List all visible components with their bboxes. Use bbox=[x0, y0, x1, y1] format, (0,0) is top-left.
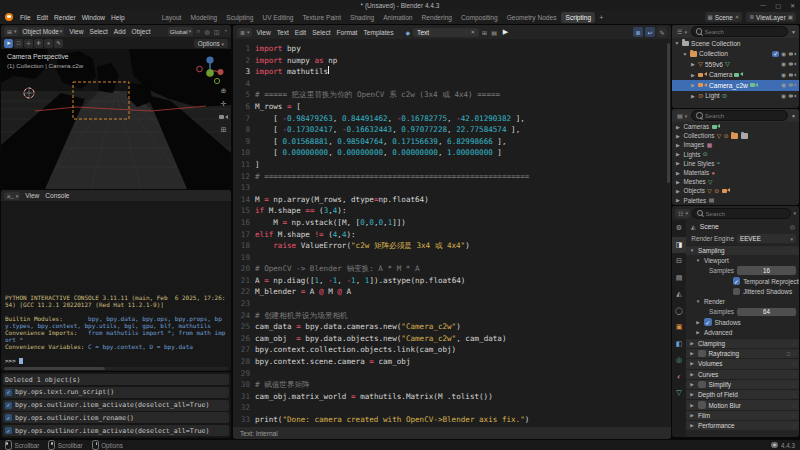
console-editor-type-button[interactable]: ≥_▾ bbox=[4, 192, 20, 200]
minimize-button[interactable]: — bbox=[760, 2, 766, 8]
field-value-samples[interactable]: 16 bbox=[737, 266, 796, 275]
log-row[interactable]: ✓bpy.ops.outliner.item_activate(deselect… bbox=[3, 400, 229, 411]
overlays-icon[interactable]: ◫ bbox=[213, 28, 221, 35]
gizmo-x-neg[interactable] bbox=[197, 66, 203, 72]
expand-icon[interactable]: ▶ bbox=[689, 413, 695, 418]
tab-animation[interactable]: Animation bbox=[379, 12, 416, 23]
unlink-scene-icon[interactable]: ✕ bbox=[735, 14, 740, 20]
panel-motion-blur[interactable]: ▶Motion Blur∷ bbox=[686, 399, 799, 409]
filter-icon[interactable]: ▼ bbox=[790, 113, 797, 119]
datablock-category-palettes[interactable]: ▶Palettes▤ bbox=[672, 196, 799, 205]
tab-geometry-nodes[interactable]: Geometry Nodes bbox=[503, 12, 561, 23]
tab-shading[interactable]: Shading bbox=[346, 12, 378, 23]
expand-icon[interactable]: ▶ bbox=[675, 160, 681, 166]
viewport-menu-object[interactable]: Object bbox=[129, 28, 154, 35]
properties-editor[interactable]: ☷▾ ▾ ⚙◨⊟▤◭◯▣◧◎◐▽ ◭ Scene ◎ Render Engine… bbox=[672, 206, 799, 437]
panel-film[interactable]: ▶Film∷ bbox=[686, 410, 799, 420]
info-log[interactable]: !Deleted 1 object(s)✓bpy.ops.text.run_sc… bbox=[1, 372, 231, 438]
collapse-icon[interactable]: ▼ bbox=[689, 248, 695, 253]
gizmo-z-axis[interactable] bbox=[206, 56, 213, 63]
outliner[interactable]: ☰▾ ▼ ▼Scene Collection▼Collection✓◉▶▽559… bbox=[672, 25, 799, 108]
tab-scripting[interactable]: Scripting bbox=[561, 12, 595, 23]
snap-magnet-icon[interactable]: ∩ bbox=[195, 28, 201, 34]
datablock-category-line-styles[interactable]: ▶Line Styles≈ bbox=[672, 159, 799, 168]
log-row[interactable]: ✓bpy.ops.outliner.item_activate(deselect… bbox=[3, 425, 229, 436]
viewport-menu-select[interactable]: Select bbox=[86, 28, 110, 35]
properties-tab-world[interactable]: ◯ bbox=[672, 303, 686, 320]
log-row[interactable]: !Deleted 1 object(s) bbox=[3, 374, 229, 385]
close-button[interactable]: ✕ bbox=[790, 2, 795, 9]
zoom-icon[interactable]: ⊕ bbox=[219, 87, 228, 95]
expand-icon[interactable]: ▶ bbox=[675, 188, 681, 194]
expand-icon[interactable]: ▶ bbox=[689, 423, 695, 428]
properties-tab-constraints[interactable]: ◐ bbox=[672, 369, 686, 386]
properties-editor-type-button[interactable]: ☷▾ bbox=[675, 209, 690, 218]
datablock-category-meshes[interactable]: ▶Meshes▽ bbox=[672, 177, 799, 186]
file-outliner-display-mode[interactable]: ▤▾ bbox=[674, 111, 689, 120]
expand-icon[interactable]: ▶ bbox=[690, 72, 696, 78]
expand-icon[interactable]: ▶ bbox=[689, 361, 695, 366]
line-numbers-toggle[interactable]: ≣ bbox=[633, 27, 643, 37]
camera-view-icon[interactable] bbox=[219, 113, 228, 121]
outliner-item-light[interactable]: ▶⊙Light⊙◉ bbox=[672, 91, 799, 102]
hide-eye-icon[interactable]: ◉ bbox=[781, 72, 786, 78]
subpanel-render[interactable]: ▼Render bbox=[686, 296, 799, 306]
properties-search[interactable] bbox=[692, 208, 792, 219]
unlink-text-icon[interactable]: ✕ bbox=[471, 29, 476, 35]
panel-sampling[interactable]: ▼Sampling∷ bbox=[686, 245, 799, 255]
tab-texture-paint[interactable]: Texture Paint bbox=[299, 12, 345, 23]
open-text-icon[interactable]: ▤ bbox=[490, 29, 498, 36]
file-outliner-search[interactable] bbox=[691, 110, 788, 121]
subpanel-advanced[interactable]: ▶Advanced bbox=[686, 327, 799, 337]
editor-scrollbar[interactable] bbox=[667, 43, 670, 183]
expand-icon[interactable]: ▶ bbox=[690, 82, 696, 88]
subpanel-viewport[interactable]: ▼Viewport bbox=[686, 255, 799, 265]
collapse-icon[interactable]: ▼ bbox=[695, 299, 701, 304]
collapse-icon[interactable]: ▼ bbox=[674, 40, 680, 46]
viewport-menu-view[interactable]: View bbox=[66, 28, 86, 35]
panel-volumes[interactable]: ▶Volumes∷ bbox=[686, 358, 799, 368]
tab-sculpting[interactable]: Sculpting bbox=[222, 12, 257, 23]
topbar-menu-window[interactable]: Window bbox=[79, 14, 108, 21]
text-editor[interactable]: ≣▾ ViewTextEditSelectFormatTemplates ◆ T… bbox=[233, 25, 671, 439]
outliner-search[interactable] bbox=[691, 26, 788, 37]
collapse-icon[interactable]: ▼ bbox=[682, 51, 688, 57]
properties-tab-data[interactable]: ▽ bbox=[672, 385, 686, 402]
tool-move-button[interactable]: ✛ bbox=[34, 39, 43, 48]
tool-cursor-3d-button[interactable]: ⊹ bbox=[24, 39, 33, 48]
editor-type-button[interactable]: ⊞▾ bbox=[4, 27, 19, 36]
checkbox-checked[interactable]: ✓ bbox=[733, 277, 741, 285]
field-value-samples[interactable]: 64 bbox=[737, 308, 796, 317]
expand-icon[interactable]: ▶ bbox=[675, 142, 681, 148]
properties-tab-view-layer[interactable]: ▤ bbox=[672, 270, 686, 287]
outliner-search-input[interactable] bbox=[704, 28, 783, 35]
checkbox-unchecked[interactable] bbox=[733, 288, 741, 296]
topbar-menu-file[interactable]: File bbox=[17, 14, 34, 21]
disable-render-icon[interactable] bbox=[789, 82, 796, 88]
properties-tab-scene[interactable]: ◭ bbox=[672, 286, 686, 303]
add-workspace-button[interactable]: + bbox=[595, 14, 607, 21]
expand-icon[interactable]: ▶ bbox=[689, 382, 695, 387]
topbar-menu-help[interactable]: Help bbox=[108, 14, 128, 21]
outliner-item-scene-collection[interactable]: ▼Scene Collection bbox=[672, 38, 799, 49]
code-area[interactable]: 1import bpy2import numpy as np3import ma… bbox=[233, 41, 671, 426]
log-row[interactable]: ✓bpy.ops.text.run_script() bbox=[3, 387, 229, 398]
pan-icon[interactable]: ✛ bbox=[219, 100, 228, 108]
hide-eye-icon[interactable]: ◉ bbox=[781, 61, 786, 67]
panel-simplify[interactable]: ▶Simplify∷ bbox=[686, 379, 799, 389]
properties-tab-tool[interactable]: ⚙ bbox=[672, 220, 686, 237]
collapse-icon[interactable]: ▼ bbox=[695, 258, 701, 263]
blender-logo-icon[interactable] bbox=[5, 13, 13, 21]
visibility-checkbox[interactable]: ✓ bbox=[772, 51, 779, 58]
datablock-category-cameras[interactable]: ▶Cameras bbox=[672, 122, 799, 131]
pin-icon[interactable]: ◎ bbox=[790, 223, 795, 230]
3d-viewport[interactable]: ⊞▾ Object Mode▾ ViewSelectAddObject Glob… bbox=[1, 25, 231, 189]
editor-menu-view[interactable]: View bbox=[254, 29, 274, 36]
mode-selector[interactable]: Object Mode▾ bbox=[21, 27, 65, 36]
editor-menu-edit[interactable]: Edit bbox=[292, 29, 309, 36]
expand-icon[interactable]: ▶ bbox=[675, 179, 681, 185]
checkbox-unchecked[interactable] bbox=[698, 350, 706, 358]
python-console[interactable]: ≥_▾ ViewConsole PYTHON INTERACTIVE CONSO… bbox=[1, 190, 231, 371]
datablock-category-materials[interactable]: ▶Materials● bbox=[672, 168, 799, 177]
topbar-menu-edit[interactable]: Edit bbox=[34, 14, 51, 21]
